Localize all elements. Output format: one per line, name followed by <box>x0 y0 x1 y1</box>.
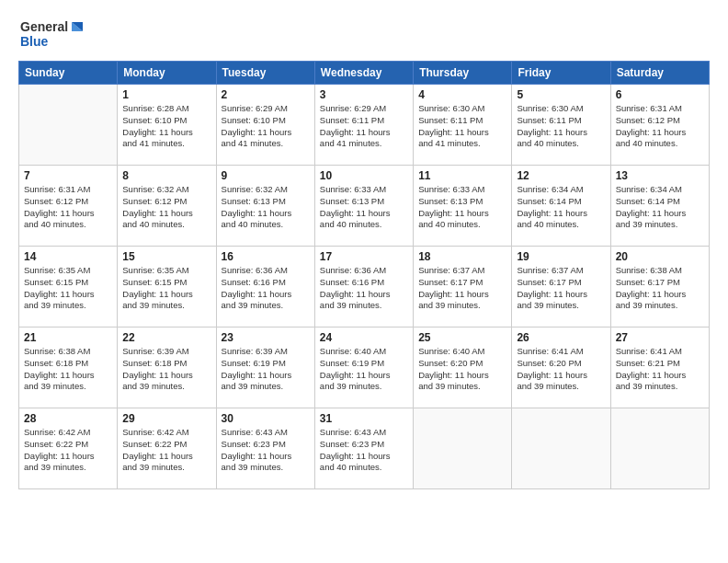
day-number: 28 <box>24 412 112 425</box>
day-info: Sunrise: 6:34 AM Sunset: 6:14 PM Dayligh… <box>517 184 605 231</box>
calendar-cell: 1Sunrise: 6:28 AM Sunset: 6:10 PM Daylig… <box>118 85 216 166</box>
day-number: 24 <box>320 331 408 344</box>
calendar-cell: 11Sunrise: 6:33 AM Sunset: 6:13 PM Dayli… <box>414 166 512 247</box>
day-number: 29 <box>122 412 210 425</box>
day-number: 31 <box>320 412 408 425</box>
day-info: Sunrise: 6:28 AM Sunset: 6:10 PM Dayligh… <box>122 103 210 150</box>
day-number: 16 <box>222 250 310 263</box>
day-info: Sunrise: 6:40 AM Sunset: 6:20 PM Dayligh… <box>418 346 506 393</box>
calendar-cell: 29Sunrise: 6:42 AM Sunset: 6:22 PM Dayli… <box>118 408 216 489</box>
weekday-header-sunday: Sunday <box>19 62 118 85</box>
day-number: 15 <box>122 250 210 263</box>
calendar-cell: 13Sunrise: 6:34 AM Sunset: 6:14 PM Dayli… <box>610 166 709 247</box>
day-info: Sunrise: 6:39 AM Sunset: 6:19 PM Dayligh… <box>222 346 310 393</box>
calendar-cell <box>414 408 512 489</box>
day-info: Sunrise: 6:39 AM Sunset: 6:18 PM Dayligh… <box>122 346 210 393</box>
calendar-cell: 27Sunrise: 6:41 AM Sunset: 6:21 PM Dayli… <box>610 327 709 408</box>
calendar-cell: 30Sunrise: 6:43 AM Sunset: 6:23 PM Dayli… <box>216 408 314 489</box>
day-number: 10 <box>320 169 408 182</box>
day-info: Sunrise: 6:32 AM Sunset: 6:12 PM Dayligh… <box>122 184 210 231</box>
calendar-cell: 21Sunrise: 6:38 AM Sunset: 6:18 PM Dayli… <box>19 327 118 408</box>
day-info: Sunrise: 6:43 AM Sunset: 6:23 PM Dayligh… <box>222 427 310 474</box>
calendar-cell <box>610 408 709 489</box>
calendar-cell: 28Sunrise: 6:42 AM Sunset: 6:22 PM Dayli… <box>19 408 118 489</box>
day-number: 19 <box>517 250 605 263</box>
calendar-cell: 15Sunrise: 6:35 AM Sunset: 6:15 PM Dayli… <box>118 247 216 327</box>
calendar-cell: 2Sunrise: 6:29 AM Sunset: 6:10 PM Daylig… <box>216 85 314 166</box>
week-row-4: 21Sunrise: 6:38 AM Sunset: 6:18 PM Dayli… <box>19 327 710 408</box>
calendar-cell: 18Sunrise: 6:37 AM Sunset: 6:17 PM Dayli… <box>414 247 512 327</box>
calendar-cell: 10Sunrise: 6:33 AM Sunset: 6:13 PM Dayli… <box>314 166 413 247</box>
day-info: Sunrise: 6:31 AM Sunset: 6:12 PM Dayligh… <box>616 103 704 150</box>
day-info: Sunrise: 6:42 AM Sunset: 6:22 PM Dayligh… <box>122 427 210 474</box>
day-number: 1 <box>122 88 210 101</box>
week-row-2: 7Sunrise: 6:31 AM Sunset: 6:12 PM Daylig… <box>19 166 710 247</box>
weekday-header-row: SundayMondayTuesdayWednesdayThursdayFrid… <box>19 62 710 85</box>
calendar-cell: 8Sunrise: 6:32 AM Sunset: 6:12 PM Daylig… <box>118 166 216 247</box>
day-info: Sunrise: 6:30 AM Sunset: 6:11 PM Dayligh… <box>418 103 506 150</box>
calendar-cell: 26Sunrise: 6:41 AM Sunset: 6:20 PM Dayli… <box>512 327 610 408</box>
day-number: 2 <box>222 88 310 101</box>
day-info: Sunrise: 6:37 AM Sunset: 6:17 PM Dayligh… <box>517 265 605 312</box>
calendar-cell: 4Sunrise: 6:30 AM Sunset: 6:11 PM Daylig… <box>414 85 512 166</box>
calendar-cell: 7Sunrise: 6:31 AM Sunset: 6:12 PM Daylig… <box>19 166 118 247</box>
week-row-5: 28Sunrise: 6:42 AM Sunset: 6:22 PM Dayli… <box>19 408 710 489</box>
calendar-cell: 24Sunrise: 6:40 AM Sunset: 6:19 PM Dayli… <box>314 327 413 408</box>
calendar-cell: 3Sunrise: 6:29 AM Sunset: 6:11 PM Daylig… <box>314 85 413 166</box>
calendar-cell: 20Sunrise: 6:38 AM Sunset: 6:17 PM Dayli… <box>610 247 709 327</box>
calendar-cell: 22Sunrise: 6:39 AM Sunset: 6:18 PM Dayli… <box>118 327 216 408</box>
day-number: 8 <box>122 169 210 182</box>
day-number: 12 <box>517 169 605 182</box>
day-info: Sunrise: 6:33 AM Sunset: 6:13 PM Dayligh… <box>320 184 408 231</box>
weekday-header-wednesday: Wednesday <box>314 62 413 85</box>
day-info: Sunrise: 6:38 AM Sunset: 6:18 PM Dayligh… <box>24 346 112 393</box>
day-number: 25 <box>418 331 506 344</box>
day-info: Sunrise: 6:31 AM Sunset: 6:12 PM Dayligh… <box>24 184 112 231</box>
calendar-cell: 16Sunrise: 6:36 AM Sunset: 6:16 PM Dayli… <box>216 247 314 327</box>
calendar: SundayMondayTuesdayWednesdayThursdayFrid… <box>18 61 710 489</box>
logo: GeneralBlue <box>18 17 92 52</box>
weekday-header-thursday: Thursday <box>414 62 512 85</box>
day-info: Sunrise: 6:32 AM Sunset: 6:13 PM Dayligh… <box>222 184 310 231</box>
day-info: Sunrise: 6:37 AM Sunset: 6:17 PM Dayligh… <box>418 265 506 312</box>
day-number: 22 <box>122 331 210 344</box>
weekday-header-friday: Friday <box>512 62 610 85</box>
day-info: Sunrise: 6:35 AM Sunset: 6:15 PM Dayligh… <box>24 265 112 312</box>
calendar-cell: 5Sunrise: 6:30 AM Sunset: 6:11 PM Daylig… <box>512 85 610 166</box>
calendar-cell: 23Sunrise: 6:39 AM Sunset: 6:19 PM Dayli… <box>216 327 314 408</box>
day-info: Sunrise: 6:35 AM Sunset: 6:15 PM Dayligh… <box>122 265 210 312</box>
day-number: 20 <box>616 250 704 263</box>
calendar-cell: 17Sunrise: 6:36 AM Sunset: 6:16 PM Dayli… <box>314 247 413 327</box>
day-number: 7 <box>24 169 112 182</box>
week-row-3: 14Sunrise: 6:35 AM Sunset: 6:15 PM Dayli… <box>19 247 710 327</box>
day-number: 4 <box>418 88 506 101</box>
day-number: 26 <box>517 331 605 344</box>
day-info: Sunrise: 6:29 AM Sunset: 6:10 PM Dayligh… <box>222 103 310 150</box>
day-info: Sunrise: 6:34 AM Sunset: 6:14 PM Dayligh… <box>616 184 704 231</box>
day-info: Sunrise: 6:41 AM Sunset: 6:20 PM Dayligh… <box>517 346 605 393</box>
day-number: 5 <box>517 88 605 101</box>
logo-svg: GeneralBlue <box>18 17 92 52</box>
calendar-cell: 6Sunrise: 6:31 AM Sunset: 6:12 PM Daylig… <box>610 85 709 166</box>
svg-text:Blue: Blue <box>20 34 49 49</box>
weekday-header-monday: Monday <box>118 62 216 85</box>
calendar-cell <box>512 408 610 489</box>
day-number: 13 <box>616 169 704 182</box>
day-number: 18 <box>418 250 506 263</box>
svg-text:General: General <box>20 19 68 34</box>
day-number: 11 <box>418 169 506 182</box>
day-number: 27 <box>616 331 704 344</box>
calendar-cell: 9Sunrise: 6:32 AM Sunset: 6:13 PM Daylig… <box>216 166 314 247</box>
weekday-header-saturday: Saturday <box>610 62 709 85</box>
page: GeneralBlue SundayMondayTuesdayWednesday… <box>0 0 728 563</box>
day-number: 17 <box>320 250 408 263</box>
header: GeneralBlue <box>18 17 710 52</box>
day-number: 30 <box>222 412 310 425</box>
calendar-cell: 14Sunrise: 6:35 AM Sunset: 6:15 PM Dayli… <box>19 247 118 327</box>
day-number: 6 <box>616 88 704 101</box>
week-row-1: 1Sunrise: 6:28 AM Sunset: 6:10 PM Daylig… <box>19 85 710 166</box>
day-info: Sunrise: 6:43 AM Sunset: 6:23 PM Dayligh… <box>320 427 408 474</box>
day-number: 14 <box>24 250 112 263</box>
day-info: Sunrise: 6:36 AM Sunset: 6:16 PM Dayligh… <box>320 265 408 312</box>
weekday-header-tuesday: Tuesday <box>216 62 314 85</box>
